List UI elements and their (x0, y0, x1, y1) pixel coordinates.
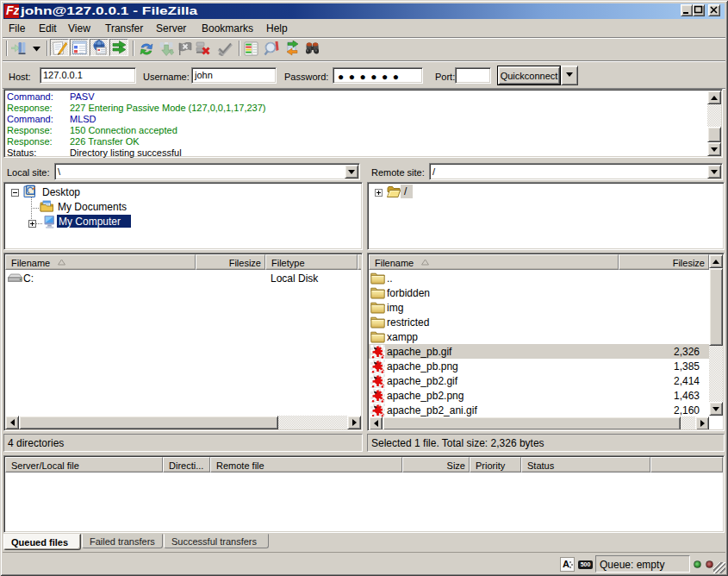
svg-text:A: A (563, 559, 569, 569)
